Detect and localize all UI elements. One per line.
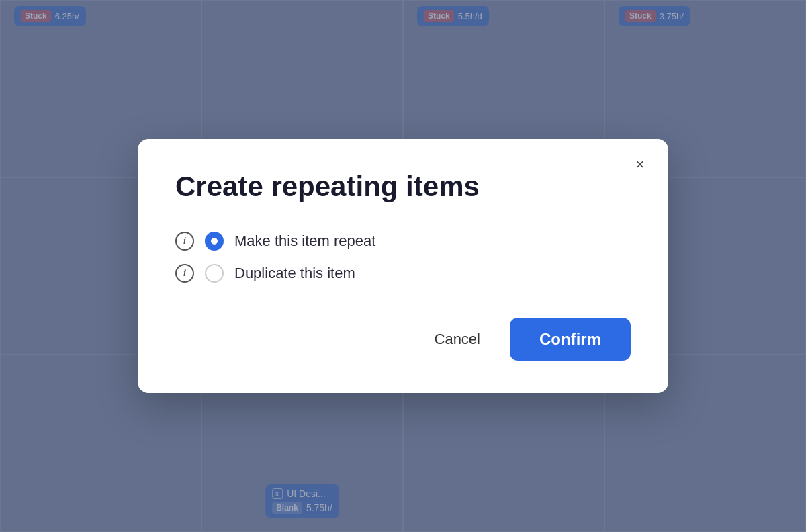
option-row-repeat[interactable]: i Make this item repeat: [175, 232, 631, 251]
confirm-button[interactable]: Confirm: [510, 318, 631, 361]
option-label-duplicate: Duplicate this item: [234, 265, 355, 282]
modal-title: Create repeating items: [175, 171, 631, 202]
close-button[interactable]: ×: [628, 152, 652, 177]
option-row-duplicate[interactable]: i Duplicate this item: [175, 264, 631, 283]
info-icon-repeat: i: [175, 232, 194, 251]
modal-dialog: × Create repeating items i Make this ite…: [138, 139, 668, 393]
modal-overlay: × Create repeating items i Make this ite…: [0, 0, 806, 532]
option-label-repeat: Make this item repeat: [234, 232, 375, 250]
radio-duplicate[interactable]: [205, 264, 224, 283]
radio-repeat-inner: [211, 238, 218, 245]
cancel-button[interactable]: Cancel: [421, 322, 494, 356]
info-icon-duplicate: i: [175, 264, 194, 283]
radio-repeat[interactable]: [205, 232, 224, 251]
options-group: i Make this item repeat i Duplicate this…: [175, 232, 631, 283]
modal-footer: Cancel Confirm: [175, 318, 631, 361]
